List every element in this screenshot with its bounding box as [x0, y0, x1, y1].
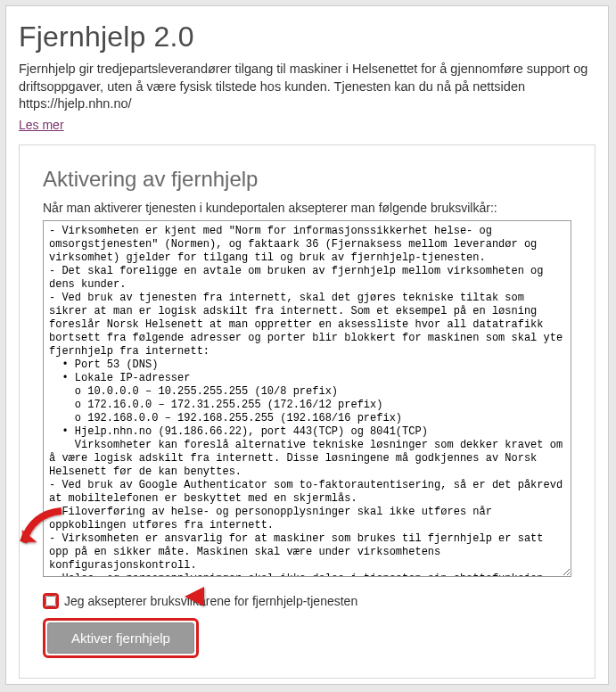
intro-text: Fjernhjelp gir tredjepartsleverandører t… [19, 61, 595, 113]
page-title: Fjernhjelp 2.0 [19, 21, 595, 54]
accept-label: Jeg aksepterer bruksvilkårene for fjernh… [64, 594, 357, 608]
page-container: Fjernhjelp 2.0 Fjernhjelp gir tredjepart… [5, 5, 609, 685]
svg-marker-0 [16, 530, 37, 549]
activate-button[interactable]: Aktiver fjernhjelp [47, 622, 194, 654]
read-more-link[interactable]: Les mer [19, 118, 64, 132]
checkbox-highlight [43, 593, 59, 609]
card-subheading: Når man aktiverer tjenesten i kundeporta… [43, 201, 571, 215]
card-heading: Aktivering av fjernhjelp [43, 167, 571, 192]
accept-row: Jeg aksepterer bruksvilkårene for fjernh… [43, 593, 571, 609]
terms-textarea[interactable] [43, 220, 571, 577]
button-highlight: Aktiver fjernhjelp [43, 618, 199, 658]
accept-checkbox[interactable] [45, 596, 56, 606]
activation-card: Aktivering av fjernhjelp Når man aktiver… [19, 144, 595, 679]
